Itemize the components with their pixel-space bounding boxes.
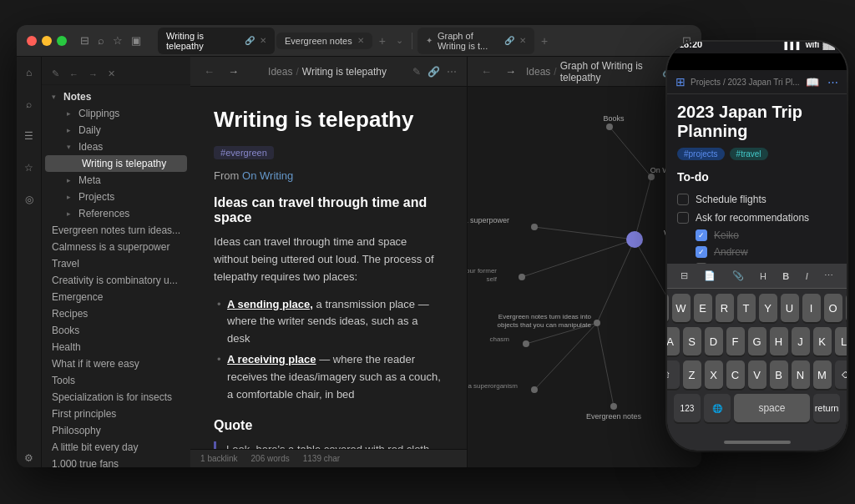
kb-icon-more[interactable]: ⋯ <box>821 269 837 283</box>
phone-todo-recommendations[interactable]: Ask for recommendations <box>677 209 837 227</box>
book-icon[interactable]: 📖 <box>806 76 819 88</box>
checkbox-andrew[interactable] <box>696 246 707 258</box>
key-123[interactable]: 123 <box>674 394 701 422</box>
backlinks-status[interactable]: 1 backlink <box>200 454 237 463</box>
key-delete[interactable]: ⌫ <box>835 360 847 389</box>
link-icon[interactable]: 🔗 <box>428 66 440 78</box>
key-l[interactable]: L <box>835 327 847 355</box>
key-y[interactable]: Y <box>759 294 777 322</box>
back-button[interactable]: ← <box>200 63 218 79</box>
maximize-button[interactable] <box>57 36 67 46</box>
tab-close-icon[interactable]: ✕ <box>260 36 266 45</box>
new-tab-button[interactable]: + <box>374 33 391 49</box>
more-icon[interactable]: ⋯ <box>827 76 838 88</box>
phone-tag-travel[interactable]: #travel <box>730 148 768 160</box>
breadcrumb-parent-graph[interactable]: Ideas <box>526 66 550 78</box>
sidebar-item-meta[interactable]: ▸ Meta <box>45 172 187 189</box>
key-return[interactable]: return <box>813 394 840 422</box>
tab-evergreen-notes[interactable]: Evergreen notes ✕ <box>276 33 372 49</box>
nav-icon-settings[interactable]: ⚙ <box>21 449 37 467</box>
sidebar-item-ideas[interactable]: ▾ Ideas <box>45 139 187 155</box>
tabs-menu-button[interactable]: ⌄ <box>392 33 407 48</box>
phone-todo-flights[interactable]: Schedule flights <box>677 190 837 209</box>
checkbox-recommendations[interactable] <box>677 212 689 224</box>
key-d[interactable]: D <box>705 327 723 355</box>
key-n[interactable]: N <box>792 360 810 389</box>
key-z[interactable]: Z <box>683 360 701 389</box>
sidebar-item-health[interactable]: Health <box>45 339 187 355</box>
sidebar-item-alittlebit[interactable]: A little bit every day <box>45 439 187 456</box>
sidebar-item-evergreen[interactable]: Evergreen notes turn ideas... <box>45 222 187 239</box>
sidebar-item-travel[interactable]: Travel <box>45 255 187 272</box>
key-p[interactable]: P <box>846 294 847 322</box>
breadcrumb-parent[interactable]: Ideas <box>268 66 292 78</box>
sidebar-item-philosophy[interactable]: Philosophy <box>45 422 187 439</box>
sidebar-toggle-icon[interactable]: ⊟ <box>80 34 89 47</box>
back-icon[interactable]: ← <box>66 68 82 81</box>
key-j[interactable]: J <box>792 327 810 355</box>
key-v[interactable]: V <box>748 360 766 389</box>
phone-sub-andrew[interactable]: Andrew <box>677 244 837 260</box>
back-button-graph[interactable]: ← <box>478 63 495 79</box>
tab-close-icon[interactable]: ✕ <box>519 36 526 45</box>
sidebar-item-notes[interactable]: ▾ Notes <box>45 88 187 105</box>
key-t[interactable]: T <box>737 294 756 322</box>
from-link[interactable]: On Writing <box>242 169 293 182</box>
key-g[interactable]: G <box>748 327 766 355</box>
sidebar-item-tools[interactable]: Tools <box>45 372 187 389</box>
phone-sub-keiko[interactable]: Keiko <box>677 227 837 244</box>
nav-icon-graph[interactable]: ◎ <box>22 190 37 209</box>
edit-icon[interactable]: ✎ <box>412 66 421 78</box>
sidebar-item-calmness[interactable]: Calmness is a superpower <box>45 239 187 255</box>
kb-icon-paperclip[interactable]: 📎 <box>729 269 747 283</box>
nav-icon-starred[interactable]: ☆ <box>21 159 37 177</box>
kb-icon-italic[interactable]: I <box>802 270 812 283</box>
tab-graph[interactable]: ✦ Graph of Writing is t... 🔗 ✕ <box>417 28 534 54</box>
key-q[interactable]: Q <box>667 294 669 322</box>
more-icon[interactable]: ⋯ <box>447 66 457 78</box>
phone-tag-projects[interactable]: #projects <box>677 148 725 160</box>
key-f[interactable]: F <box>726 327 745 355</box>
edit-icon[interactable]: ✎ <box>48 67 63 81</box>
tab-writing-telepathy[interactable]: Writing is telepathy 🔗 ✕ <box>158 28 275 54</box>
sidebar-item-whatifit[interactable]: What if it were easy <box>45 355 187 372</box>
key-w[interactable]: W <box>672 294 691 322</box>
key-k[interactable]: K <box>813 327 832 355</box>
checkbox-keiko[interactable] <box>696 229 707 241</box>
search-icon[interactable]: ⌕ <box>98 34 104 47</box>
tag-badge[interactable]: #evergreen <box>214 146 274 159</box>
sidebar-item-clippings[interactable]: ▸ Clippings <box>45 105 187 122</box>
key-i[interactable]: I <box>802 294 821 322</box>
close-button[interactable] <box>27 36 37 46</box>
key-u[interactable]: U <box>781 294 799 322</box>
close-icon[interactable]: ✕ <box>104 67 119 81</box>
forward-button[interactable]: → <box>225 63 242 79</box>
kb-icon-file[interactable]: 📄 <box>701 269 719 283</box>
key-e[interactable]: E <box>694 294 712 322</box>
checkbox-flights[interactable] <box>677 194 689 205</box>
kb-icon-h[interactable]: H <box>756 270 770 283</box>
bookmark-icon[interactable]: ☆ <box>113 34 123 47</box>
key-c[interactable]: C <box>726 360 745 389</box>
forward-button-graph[interactable]: → <box>502 63 519 79</box>
sidebar-item-writing-telepathy[interactable]: Writing is telepathy <box>45 155 187 172</box>
nav-icon-files[interactable]: ☰ <box>21 127 37 145</box>
sidebar-item-firstprinciples[interactable]: First principles <box>45 406 187 422</box>
key-r[interactable]: R <box>716 294 734 322</box>
key-a[interactable]: A <box>667 327 680 355</box>
minimize-button[interactable] <box>42 36 52 46</box>
kb-icon-bold[interactable]: B <box>779 270 792 283</box>
nav-icon-home[interactable]: ⌂ <box>23 63 35 82</box>
sidebar-item-specialization[interactable]: Specialization is for insects <box>45 389 187 406</box>
key-x[interactable]: X <box>705 360 723 389</box>
tab-close-icon[interactable]: ✕ <box>357 36 364 45</box>
home-bar[interactable] <box>724 441 791 444</box>
key-space[interactable]: space <box>734 394 810 422</box>
sidebar-item-recipes[interactable]: Recipes <box>45 305 187 322</box>
kb-icon-table[interactable]: ⊟ <box>677 269 691 283</box>
sidebar-item-creativity[interactable]: Creativity is combinatory u... <box>45 272 187 289</box>
key-shift[interactable]: ⇧ <box>667 360 680 389</box>
sidebar-item-books[interactable]: Books <box>45 322 187 339</box>
sidebar-item-emergence[interactable]: Emergence <box>45 289 187 305</box>
nav-icon-search[interactable]: ⌕ <box>23 95 35 113</box>
